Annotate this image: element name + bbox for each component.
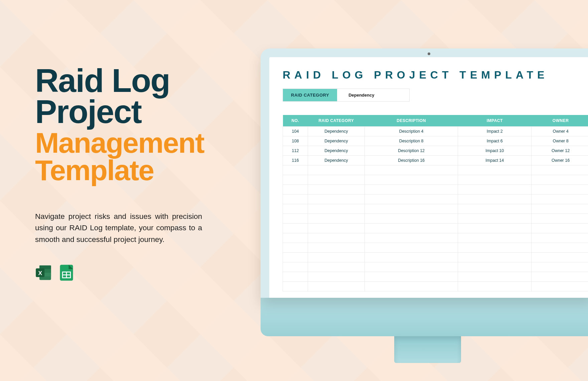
table-row[interactable]: 108DependencyDescription 8Impact 6Owner … xyxy=(283,136,588,146)
table-cell-empty[interactable] xyxy=(283,165,308,175)
table-cell-empty[interactable] xyxy=(532,272,588,282)
table-cell[interactable]: Owner 4 xyxy=(532,127,588,136)
table-cell-empty[interactable] xyxy=(364,175,458,185)
table-cell-empty[interactable] xyxy=(458,214,532,224)
table-cell-empty[interactable] xyxy=(532,253,588,262)
table-cell-empty[interactable] xyxy=(283,204,308,214)
table-cell-empty[interactable] xyxy=(532,175,588,185)
table-cell-empty[interactable] xyxy=(364,185,458,195)
table-cell[interactable]: Description 4 xyxy=(364,127,458,136)
table-cell[interactable]: Impact 6 xyxy=(458,136,532,146)
table-cell-empty[interactable] xyxy=(308,282,364,291)
table-row-empty[interactable] xyxy=(283,243,588,253)
table-cell-empty[interactable] xyxy=(458,272,532,282)
table-cell-empty[interactable] xyxy=(283,175,308,185)
table-cell[interactable]: Description 12 xyxy=(364,146,458,156)
table-cell[interactable]: Description 8 xyxy=(364,136,458,146)
table-cell-empty[interactable] xyxy=(458,253,532,262)
table-cell[interactable]: Owner 8 xyxy=(532,136,588,146)
table-cell-empty[interactable] xyxy=(308,233,364,243)
table-row-empty[interactable] xyxy=(283,165,588,175)
table-cell-empty[interactable] xyxy=(458,185,532,195)
filter-value[interactable]: Dependency xyxy=(337,89,386,101)
table-cell-empty[interactable] xyxy=(458,233,532,243)
table-cell-empty[interactable] xyxy=(283,224,308,233)
table-row-empty[interactable] xyxy=(283,185,588,195)
table-cell-empty[interactable] xyxy=(308,243,364,253)
table-cell-empty[interactable] xyxy=(458,243,532,253)
table-row-empty[interactable] xyxy=(283,282,588,291)
table-cell-empty[interactable] xyxy=(532,214,588,224)
table-row-empty[interactable] xyxy=(283,253,588,262)
table-cell-empty[interactable] xyxy=(308,214,364,224)
table-cell[interactable]: Dependency xyxy=(308,136,364,146)
table-row-empty[interactable] xyxy=(283,204,588,214)
table-row-empty[interactable] xyxy=(283,195,588,204)
table-row-empty[interactable] xyxy=(283,262,588,272)
table-cell-empty[interactable] xyxy=(458,165,532,175)
table-cell-empty[interactable] xyxy=(308,165,364,175)
table-cell[interactable]: Impact 10 xyxy=(458,146,532,156)
table-cell[interactable]: Owner 16 xyxy=(532,156,588,165)
table-cell-empty[interactable] xyxy=(283,282,308,291)
table-cell[interactable]: Dependency xyxy=(308,146,364,156)
table-row[interactable]: 116DependencyDescription 16Impact 14Owne… xyxy=(283,156,588,165)
table-cell-empty[interactable] xyxy=(308,204,364,214)
table-cell-empty[interactable] xyxy=(364,224,458,233)
table-row-empty[interactable] xyxy=(283,224,588,233)
table-cell-empty[interactable] xyxy=(458,262,532,272)
table-cell[interactable]: 108 xyxy=(283,136,308,146)
table-cell[interactable]: Dependency xyxy=(308,127,364,136)
table-cell-empty[interactable] xyxy=(308,262,364,272)
table-row[interactable]: 104DependencyDescription 4Impact 2Owner … xyxy=(283,127,588,136)
table-cell[interactable]: Owner 12 xyxy=(532,146,588,156)
table-cell-empty[interactable] xyxy=(458,224,532,233)
table-cell-empty[interactable] xyxy=(283,272,308,282)
table-cell-empty[interactable] xyxy=(364,204,458,214)
table-cell-empty[interactable] xyxy=(364,233,458,243)
table-cell[interactable]: Dependency xyxy=(308,156,364,165)
table-cell[interactable]: Impact 14 xyxy=(458,156,532,165)
table-cell-empty[interactable] xyxy=(364,282,458,291)
table-row-empty[interactable] xyxy=(283,233,588,243)
table-cell-empty[interactable] xyxy=(532,282,588,291)
table-cell-empty[interactable] xyxy=(364,253,458,262)
table-cell-empty[interactable] xyxy=(458,175,532,185)
table-cell-empty[interactable] xyxy=(364,243,458,253)
table-cell-empty[interactable] xyxy=(458,282,532,291)
table-cell-empty[interactable] xyxy=(532,233,588,243)
table-cell-empty[interactable] xyxy=(283,253,308,262)
table-cell-empty[interactable] xyxy=(532,224,588,233)
table-row-empty[interactable] xyxy=(283,272,588,282)
table-cell-empty[interactable] xyxy=(364,262,458,272)
table-cell-empty[interactable] xyxy=(283,195,308,204)
table-cell-empty[interactable] xyxy=(532,185,588,195)
table-cell-empty[interactable] xyxy=(283,243,308,253)
table-cell-empty[interactable] xyxy=(364,195,458,204)
table-cell-empty[interactable] xyxy=(364,165,458,175)
table-cell-empty[interactable] xyxy=(458,204,532,214)
table-cell-empty[interactable] xyxy=(283,185,308,195)
table-cell-empty[interactable] xyxy=(532,165,588,175)
table-cell-empty[interactable] xyxy=(308,253,364,262)
table-cell-empty[interactable] xyxy=(532,204,588,214)
table-cell[interactable]: 116 xyxy=(283,156,308,165)
table-cell-empty[interactable] xyxy=(308,224,364,233)
table-cell-empty[interactable] xyxy=(532,243,588,253)
table-cell-empty[interactable] xyxy=(283,214,308,224)
table-cell-empty[interactable] xyxy=(532,195,588,204)
table-cell[interactable]: 112 xyxy=(283,146,308,156)
table-cell-empty[interactable] xyxy=(364,272,458,282)
table-cell[interactable]: Description 16 xyxy=(364,156,458,165)
table-cell-empty[interactable] xyxy=(283,262,308,272)
table-row-empty[interactable] xyxy=(283,175,588,185)
table-cell[interactable]: 104 xyxy=(283,127,308,136)
table-cell-empty[interactable] xyxy=(308,272,364,282)
table-cell-empty[interactable] xyxy=(283,233,308,243)
table-cell-empty[interactable] xyxy=(308,195,364,204)
table-cell-empty[interactable] xyxy=(532,262,588,272)
table-cell-empty[interactable] xyxy=(458,195,532,204)
table-row[interactable]: 112DependencyDescription 12Impact 10Owne… xyxy=(283,146,588,156)
table-row-empty[interactable] xyxy=(283,214,588,224)
table-cell[interactable]: Impact 2 xyxy=(458,127,532,136)
